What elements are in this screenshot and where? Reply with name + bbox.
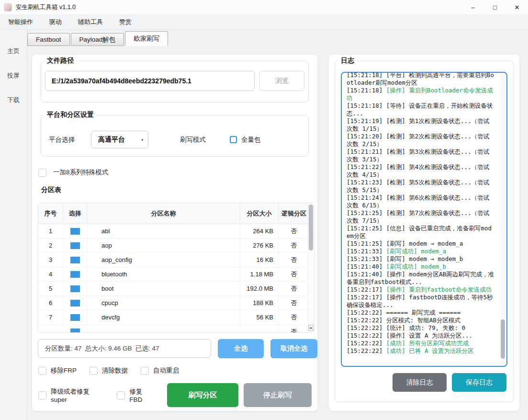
app-window: 安生刷机工具箱 v1.1.0 – □ ✕ 智能操作驱动辅助工具赞赏 主页投屏下载… <box>0 0 528 420</box>
partition-logical: 否 <box>279 296 309 310</box>
log-scrollbar-thumb[interactable] <box>501 319 505 359</box>
partition-table-body: 1 abl 264 KB 否 2 aop 276 KB 否 3 <box>38 224 314 333</box>
log-time: [15:21:22] <box>347 163 382 170</box>
table-row[interactable]: 3 aop_config 16 KB 否 <box>38 253 314 267</box>
platform-legend: 平台和分区设置 <box>44 111 97 119</box>
log-time: [15:21:21] <box>347 148 382 155</box>
log-time: [15:21:23] <box>347 179 382 186</box>
log-output[interactable]: [15:21:18] [平台] 检测到高通平台，需要重启到Bootloader刷… <box>341 72 507 367</box>
partition-logical: 否 <box>279 310 309 324</box>
log-scrollbar[interactable] <box>501 74 505 364</box>
table-row[interactable]: 2 aop 276 KB 否 <box>38 238 314 253</box>
row-select-cell[interactable] <box>63 325 87 333</box>
sidebar-item[interactable]: 投屏 <box>0 71 27 80</box>
row-select-cell[interactable] <box>63 224 87 238</box>
partition-size: 16 KB <box>240 253 279 267</box>
log-message: [统计] 成功: 79, 失败: 0 <box>386 324 465 331</box>
tab[interactable]: Fastboot <box>27 33 70 46</box>
partition-table-title: 分区表 <box>41 186 317 194</box>
log-message: [操作] 重启到fastboot命令发送成功 <box>386 286 492 293</box>
close-icon[interactable]: ✕ <box>506 0 528 14</box>
partition-logical: 否 <box>279 267 309 281</box>
tab[interactable]: 欧家刷写 <box>125 31 168 46</box>
full-package-checkbox[interactable] <box>230 136 237 143</box>
browse-button[interactable]: 浏览 <box>259 71 304 91</box>
menu-item[interactable]: 辅助工具 <box>77 16 104 28</box>
log-entry: [15:21:24] [检测] 第6次检测设备状态...（尝试次数 6/15） <box>347 194 495 209</box>
row-index: 2 <box>38 238 63 252</box>
platform-select-label: 平台选择 <box>49 136 75 144</box>
file-path-input[interactable] <box>45 71 255 91</box>
checkbox-checked-icon <box>70 285 80 292</box>
row-index: 7 <box>38 310 63 324</box>
row-select-cell[interactable] <box>63 238 87 252</box>
log-time: [15:21:40] <box>347 263 382 270</box>
full-package-label: 全量包 <box>241 136 261 144</box>
partition-logical: 否 <box>279 282 309 295</box>
fix-fbd-checkbox[interactable] <box>117 391 125 399</box>
row-select-cell[interactable] <box>63 282 87 295</box>
log-time: [15:22:22] <box>347 324 382 331</box>
row-select-cell[interactable] <box>63 267 87 281</box>
stop-flash-button[interactable]: 停止刷写 <box>244 383 312 407</box>
wipe-data-checkbox[interactable] <box>90 367 98 375</box>
partition-size: 264 KB <box>240 224 279 238</box>
table-scrollbar[interactable] <box>308 204 314 332</box>
app-icon <box>4 3 12 11</box>
table-scroll-down-icon[interactable] <box>308 325 314 331</box>
row-select-cell[interactable] <box>63 310 87 324</box>
menu-item[interactable]: 驱动 <box>48 16 63 28</box>
log-message: [成功] 所有分区刷写成功完成 <box>386 340 469 347</box>
partition-table-header: 序号 选择 分区名称 分区大小 逻辑分区 <box>38 203 314 224</box>
log-section: 日志 [15:21:18] [平台] 检测到高通平台，需要重启到Bootload… <box>335 57 514 402</box>
log-entry: [15:21:21] [检测] 第3次检测设备状态...（尝试次数 3/15） <box>347 148 495 163</box>
sidebar: 主页投屏下载 <box>0 30 27 420</box>
log-time: [15:22:17] <box>347 286 382 293</box>
save-log-button[interactable]: 保存日志 <box>452 373 506 392</box>
partition-name: abl <box>87 224 240 238</box>
log-time: [15:21:25] <box>347 209 382 216</box>
platform-dropdown[interactable]: 高通平台 ▪ <box>91 131 148 148</box>
log-content: [15:21:18] [平台] 检测到高通平台，需要重启到Bootloader刷… <box>342 72 506 358</box>
sidebar-item[interactable]: 下载 <box>0 96 27 104</box>
auto-reboot-checkbox[interactable] <box>141 367 149 375</box>
table-row[interactable]: 7 devcfg 56 KB 否 <box>38 310 314 325</box>
table-row[interactable]: 1 abl 264 KB 否 <box>38 224 314 238</box>
tab[interactable]: Payload解包 <box>71 33 124 46</box>
menu-item[interactable]: 赞赏 <box>118 16 133 28</box>
deselect-all-button[interactable]: 取消全选 <box>270 339 317 358</box>
oneplus8-special-checkbox[interactable] <box>38 169 46 177</box>
flash-mode-label: 刷写模式 <box>180 136 206 144</box>
flash-panel: 文件路径 浏览 平台和分区设置 平台选择 高通平台 ▪ 刷写模式 <box>32 54 318 411</box>
menu-item[interactable]: 智能操作 <box>7 16 34 28</box>
clear-log-button[interactable]: 清除日志 <box>393 373 447 392</box>
partition-size: 276 KB <box>240 238 279 252</box>
maximize-icon[interactable]: □ <box>484 0 506 14</box>
log-message: [成功] 已将 A 设置为活跃分区 <box>386 347 474 354</box>
log-message: ====== 刷写完成 ====== <box>386 309 461 316</box>
main-content: FastbootPayload解包欧家刷写 文件路径 浏览 平台和分区设置 平台… <box>27 30 528 420</box>
row-index <box>38 325 63 333</box>
select-all-button[interactable]: 全选 <box>218 339 264 358</box>
flash-partitions-button[interactable]: 刷写分区 <box>167 383 238 407</box>
log-entry: [15:21:25] [刷写] modem → modem_a <box>347 240 495 248</box>
table-scrollbar-thumb[interactable] <box>309 204 313 250</box>
sidebar-item[interactable]: 主页 <box>0 47 27 56</box>
table-row[interactable]: 4 bluetooth 1.18 MB 否 <box>38 267 314 282</box>
partition-name: devcfg <box>87 310 240 324</box>
platform-section: 平台和分区设置 平台选择 高通平台 ▪ 刷写模式 全量包 <box>41 111 309 157</box>
log-time: [15:21:20] <box>347 133 382 140</box>
fix-super-checkbox[interactable] <box>38 391 46 399</box>
partition-name: boot <box>87 282 240 295</box>
log-entry: [15:21:23] [检测] 第5次检测设备状态...（尝试次数 5/15） <box>347 179 495 194</box>
log-entry: [15:22:22] [成功] 所有分区刷写成功完成 <box>347 340 495 347</box>
log-entry: [15:21:40] [操作] modem分区AB两边刷写完成，准备重启到fas… <box>347 271 495 286</box>
table-row[interactable]: 5 boot 192.0 MB 否 <box>38 282 314 296</box>
row-select-cell[interactable] <box>63 253 87 267</box>
header-name: 分区名称 <box>87 203 240 224</box>
table-row[interactable]: 否 <box>38 325 314 333</box>
minimize-icon[interactable]: – <box>462 0 484 14</box>
table-row[interactable]: 6 cpucp 188 KB 否 <box>38 296 314 310</box>
remove-frp-checkbox[interactable] <box>38 367 46 375</box>
row-select-cell[interactable] <box>63 296 87 310</box>
